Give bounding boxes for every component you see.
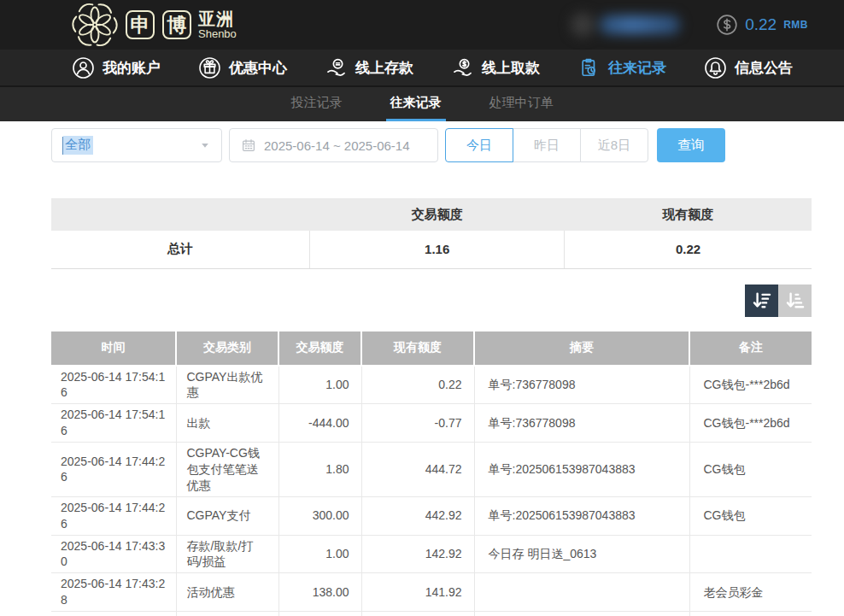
transactions-table: 时间交易类别交易额度现有额度摘要备注 2025-06-14 17:54:16CG… [51, 331, 812, 616]
table-cell [689, 612, 812, 616]
column-header: 交易额度 [278, 331, 361, 366]
table-cell: -0.77 [361, 404, 474, 443]
logo-region-text: 亚洲 [198, 10, 237, 28]
column-header: 交易类别 [176, 331, 278, 366]
tab-betting-records[interactable]: 投注记录 [287, 87, 347, 121]
sort-ascending-button[interactable] [778, 285, 812, 317]
table-cell: 142.92 [361, 535, 474, 573]
summary-header-current-amount: 现有额度 [565, 198, 812, 231]
nav-item-label: 线上存款 [355, 58, 413, 78]
chevron-down-icon [199, 139, 211, 151]
table-cell: 单号:736778098 [474, 366, 689, 404]
transaction-type-select[interactable]: 全部 [51, 128, 222, 162]
nav-item-label: 优惠中心 [229, 58, 287, 78]
nav-item-transaction-records[interactable]: 往来记录 [577, 56, 666, 79]
table-cell: 2025-06-14 17:43:30 [51, 535, 176, 573]
date-range-value: 2025-06-14 ~ 2025-06-14 [264, 138, 410, 153]
shenbo-flower-icon [72, 2, 118, 48]
quick-range-group: 今日昨日近8日 [445, 128, 648, 162]
column-header: 现有额度 [361, 331, 474, 366]
quick-range-last-8-days[interactable]: 近8日 [580, 128, 648, 162]
summary-table: 交易额度 现有额度 总计 1.16 0.22 [51, 198, 812, 269]
table-cell: 老会员彩金 [689, 573, 812, 612]
table-cell: CGPAY出款优惠 [176, 366, 278, 404]
nav-item-label: 线上取款 [482, 58, 540, 78]
nav-item-promo-center[interactable]: 优惠中心 [198, 56, 287, 79]
table-row: 2025-06-14 17:44:26CGPAY-CG钱包支付笔笔送优惠1.80… [51, 443, 812, 497]
nav-item-online-deposit[interactable]: 线上存款 [325, 56, 413, 79]
content: 全部 2025-06-14 ~ 2025-06-14 今日昨日近8日 查询 交易… [51, 128, 812, 616]
column-header: 时间 [51, 331, 176, 366]
username-blur [600, 15, 680, 34]
top-header: 申 博 亚洲 Shenbo 0.22 RMB [0, 0, 844, 50]
table-cell: 1.80 [278, 443, 361, 497]
table-row: 2025-06-14 17:54:16CGPAY出款优惠1.000.22单号:7… [51, 366, 812, 404]
balance-amount: 0.22 [745, 15, 777, 34]
tab-transaction-records[interactable]: 往来记录 [386, 87, 446, 121]
table-cell: 2025-06-14 17:54:16 [51, 404, 176, 443]
table-row: 2025-06-14 17:44:26CGPAY支付300.00442.92单号… [51, 496, 812, 535]
table-cell: 存款/取款/打码/损益 [176, 535, 278, 573]
nav-item-label: 我的账户 [103, 58, 161, 78]
redacted-username[interactable] [571, 12, 680, 38]
table-cell: BB视讯百家乐返点 [176, 612, 278, 616]
table-cell: 单号:736778098 [474, 404, 689, 443]
balance-currency: RMB [783, 19, 808, 31]
deposit-icon [325, 56, 348, 79]
nav-item-online-withdrawal[interactable]: 线上取款 [451, 56, 540, 79]
column-header: 备注 [689, 331, 812, 366]
avatar [571, 13, 595, 37]
table-cell [474, 573, 689, 612]
subnav-tabs: 投注记录往来记录处理中订单 [0, 85, 844, 121]
sort-descending-button[interactable] [745, 285, 778, 317]
logo-char-box: 博 [162, 10, 191, 39]
table-row: 2025-06-14 17:54:16出款-444.00-0.77单号:7367… [51, 404, 812, 443]
dollar-circle-icon [716, 14, 738, 36]
tab-processing-orders[interactable]: 处理中订单 [485, 87, 558, 121]
table-cell: 300.00 [278, 496, 361, 535]
logo-char-box: 申 [126, 10, 155, 39]
table-row: 2025-06-14 02:05:13BB视讯百家乐返点3.363.92系统派发… [51, 612, 812, 616]
table-cell: 今日存 明日送_0613 [474, 535, 689, 573]
table-cell: 0.22 [361, 366, 474, 404]
shenbo-logo[interactable]: 申 博 亚洲 Shenbo [72, 2, 237, 48]
table-cell: CGPAY-CG钱包支付笔笔送优惠 [176, 443, 278, 497]
table-cell: 2025-06-14 17:54:16 [51, 366, 176, 404]
nav-item-my-account[interactable]: 我的账户 [72, 56, 161, 79]
table-row: 2025-06-14 17:43:30存款/取款/打码/损益1.00142.92… [51, 535, 812, 573]
calendar-icon [241, 138, 256, 153]
nav-item-announcements[interactable]: 信息公告 [704, 56, 793, 79]
table-row: 2025-06-14 17:43:28活动优惠138.00141.92老会员彩金 [51, 573, 812, 612]
table-cell: 2025-06-14 17:43:28 [51, 573, 176, 612]
table-cell: CG钱包 [689, 443, 812, 497]
table-cell: 2025-06-14 02:05:13 [51, 612, 176, 616]
nav-item-label: 往来记录 [608, 58, 666, 78]
summary-total-label: 总计 [51, 231, 310, 268]
balance-display: 0.22 RMB [716, 14, 808, 36]
quick-range-yesterday[interactable]: 昨日 [513, 128, 581, 162]
quick-range-today[interactable]: 今日 [445, 128, 513, 162]
logo-subtitle: Shenbo [198, 28, 237, 40]
select-value: 全部 [63, 136, 93, 155]
bell-icon [704, 56, 727, 79]
sort-ascending-icon [784, 290, 806, 311]
table-cell [689, 535, 812, 573]
table-cell: 单号:202506153987043883 [474, 496, 689, 535]
search-button[interactable]: 查询 [657, 128, 725, 162]
transactions-header-row: 时间交易类别交易额度现有额度摘要备注 [51, 331, 812, 366]
table-cell: 系统派发_2025-06-13 [474, 612, 689, 616]
summary-header-empty [51, 198, 310, 231]
summary-total-row: 总计 1.16 0.22 [51, 231, 812, 268]
table-cell: 活动优惠 [176, 573, 278, 612]
table-cell: CG钱包 [689, 496, 812, 535]
filter-row: 全部 2025-06-14 ~ 2025-06-14 今日昨日近8日 查询 [51, 128, 812, 162]
logo-region: 亚洲 Shenbo [198, 10, 237, 40]
table-cell: 442.92 [361, 496, 474, 535]
header-right: 0.22 RMB [571, 12, 808, 38]
table-cell: CG钱包-***2b6d [689, 404, 812, 443]
table-cell: 2025-06-14 17:44:26 [51, 443, 176, 497]
sort-row [51, 285, 812, 317]
table-cell: 出款 [176, 404, 278, 443]
date-range-input[interactable]: 2025-06-14 ~ 2025-06-14 [229, 128, 438, 162]
table-cell: 444.72 [361, 443, 474, 497]
